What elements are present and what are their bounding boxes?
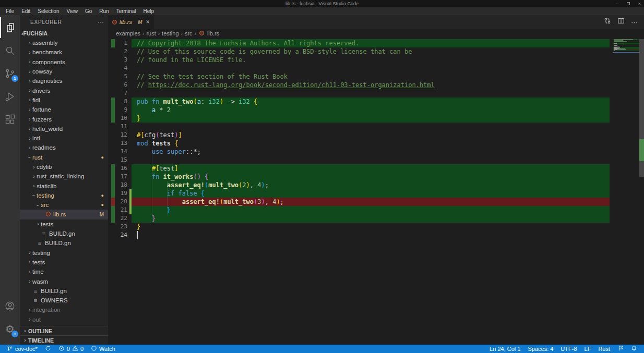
code-text[interactable]: } — [132, 214, 610, 223]
code-text[interactable]: assert_eq!(mult_two(2), 4); — [132, 181, 610, 189]
line-number[interactable]: 3 — [115, 56, 127, 64]
tree-item-staticlib[interactable]: ›staticlib — [20, 181, 108, 190]
code-text[interactable]: // found in the LICENSE file. — [132, 56, 610, 64]
source-control-icon[interactable]: 1 — [0, 63, 20, 84]
code-text[interactable] — [132, 89, 610, 98]
status-item-rust[interactable]: Rust — [595, 345, 613, 353]
code-text[interactable]: a * 2 — [132, 106, 610, 114]
code-text[interactable] — [132, 64, 610, 72]
line-number[interactable]: 8 — [115, 98, 127, 106]
code-line-10[interactable]: 10} — [108, 114, 644, 123]
code-line-11[interactable]: 11 — [108, 123, 644, 131]
code-line-12[interactable]: 12#[cfg(test)] — [108, 131, 644, 139]
split-editor-icon[interactable] — [617, 17, 625, 27]
line-number[interactable]: 20 — [115, 198, 127, 206]
tree-item-build-gn[interactable]: ≡BUILD.gn — [20, 229, 108, 238]
outline-panel[interactable]: › OUTLINE — [20, 326, 108, 335]
line-number[interactable]: 17 — [115, 173, 127, 181]
code-line-13[interactable]: 13mod tests { — [108, 139, 644, 148]
status-item-watch[interactable]: Watch — [88, 345, 118, 353]
breadcrumb-item-src[interactable]: src — [185, 30, 193, 36]
maximize-icon[interactable] — [627, 2, 630, 5]
code-line-21[interactable]: 21 } — [108, 206, 644, 214]
menu-help[interactable]: Help — [140, 7, 158, 15]
code-text[interactable]: #[cfg(test)] — [132, 131, 610, 139]
breadcrumb-item-testing[interactable]: testing — [162, 30, 178, 36]
line-number[interactable]: 7 — [115, 89, 127, 98]
line-number[interactable]: 19 — [115, 189, 127, 198]
code-text[interactable]: } — [132, 206, 610, 214]
menu-go[interactable]: Go — [81, 7, 96, 15]
code-line-22[interactable]: 22 } — [108, 214, 644, 223]
tree-item-testing[interactable]: ›testing — [20, 248, 108, 258]
minimize-icon[interactable]: – — [616, 0, 618, 7]
timeline-panel[interactable]: › TIMELINE — [20, 335, 108, 345]
code-line-14[interactable]: 14 use super::*; — [108, 148, 644, 156]
code-text[interactable]: pub fn mult_two(a: i32) -> i32 { — [132, 98, 610, 106]
code-line-18[interactable]: 18 assert_eq!(mult_two(2), 4); — [108, 181, 644, 189]
code-text[interactable]: // Copyright 2018 The Fuchsia Authors. A… — [132, 39, 610, 47]
run-debug-icon[interactable] — [0, 86, 20, 107]
code-text[interactable] — [132, 231, 610, 239]
line-number[interactable]: 18 — [115, 181, 127, 189]
tree-item-assembly[interactable]: ›assembly — [20, 38, 108, 47]
tree-item-benchmark[interactable]: ›benchmark — [20, 47, 108, 57]
code-line-7[interactable]: 7 — [108, 89, 644, 98]
tree-item-tests[interactable]: ›tests — [20, 220, 108, 229]
line-number[interactable]: 5 — [115, 72, 127, 81]
tree-item-time[interactable]: ›time — [20, 267, 108, 276]
code-text[interactable]: assert_eq!(mult_two(3), 4); — [132, 198, 610, 206]
code-text[interactable] — [132, 156, 610, 164]
status-item-sync[interactable] — [42, 345, 54, 353]
line-number[interactable]: 15 — [115, 156, 127, 164]
code-line-15[interactable]: 15 — [108, 156, 644, 164]
code-text[interactable]: use super::*; — [132, 148, 610, 156]
tree-item-src[interactable]: ›src● — [20, 200, 108, 210]
explorer-icon[interactable] — [0, 17, 20, 38]
code-line-19[interactable]: 19 if false { — [108, 189, 644, 198]
menu-edit[interactable]: Edit — [18, 7, 34, 15]
code-line-16[interactable]: 16 #[test] — [108, 164, 644, 173]
tree-item-drivers[interactable]: ›drivers — [20, 86, 108, 95]
tree-item-rust-static-linking[interactable]: ›rust_static_linking — [20, 172, 108, 181]
open-changes-icon[interactable] — [604, 17, 611, 27]
settings-gear-icon[interactable]: ⚙ 1 — [0, 319, 20, 339]
menu-view[interactable]: View — [63, 7, 82, 15]
breadcrumb-item-examples[interactable]: examples — [116, 30, 140, 36]
tree-item-fortune[interactable]: ›fortune — [20, 105, 108, 114]
status-item-branch[interactable]: cov-doc* — [4, 345, 40, 353]
code-line-8[interactable]: 8pub fn mult_two(a: i32) -> i32 { — [108, 98, 644, 106]
tree-item-rust[interactable]: ›rust● — [20, 153, 108, 162]
code-editor[interactable]: 1// Copyright 2018 The Fuchsia Authors. … — [108, 38, 644, 345]
workspace-root[interactable]: › FUCHSIA — [20, 29, 108, 38]
code-line-6[interactable]: 6// https://doc.rust-lang.org/book/secon… — [108, 81, 644, 89]
line-number[interactable]: 22 — [115, 214, 127, 223]
tree-item-out[interactable]: ›out — [20, 315, 108, 324]
code-text[interactable]: } — [132, 114, 610, 123]
tree-item-hello-world[interactable]: ›hello_world — [20, 124, 108, 133]
explorer-more-actions-icon[interactable]: ··· — [98, 18, 104, 26]
tree-item-integration[interactable]: ›integration — [20, 305, 108, 314]
menu-file[interactable]: File — [2, 7, 18, 15]
status-item-error[interactable]: 00 — [56, 345, 86, 353]
tree-item-owners[interactable]: ≡OWNERS — [20, 296, 108, 305]
menu-run[interactable]: Run — [96, 7, 112, 15]
tree-item-tests[interactable]: ›tests — [20, 258, 108, 267]
code-text[interactable]: if false { — [132, 189, 610, 198]
tree-item-lib-rs[interactable]: lib.rsM — [20, 210, 108, 219]
tree-item-testing[interactable]: ›testing● — [20, 191, 108, 200]
close-tab-icon[interactable]: × — [146, 18, 150, 26]
line-number[interactable]: 21 — [115, 206, 127, 214]
tree-item-wasm[interactable]: ›wasm — [20, 276, 108, 286]
code-line-9[interactable]: 9 a * 2 — [108, 106, 644, 114]
menu-terminal[interactable]: Terminal — [113, 7, 140, 15]
code-text[interactable] — [132, 123, 610, 131]
code-text[interactable]: // See the test section of the Rust Book — [132, 72, 610, 81]
status-item-spaces-4[interactable]: Spaces: 4 — [525, 345, 556, 353]
editor-more-actions-icon[interactable]: ··· — [631, 18, 638, 26]
line-number[interactable]: 23 — [115, 223, 127, 231]
extensions-icon[interactable] — [0, 109, 20, 130]
line-number[interactable]: 16 — [115, 164, 127, 173]
code-line-4[interactable]: 4 — [108, 64, 644, 72]
tree-item-cdylib[interactable]: ›cdylib — [20, 162, 108, 172]
